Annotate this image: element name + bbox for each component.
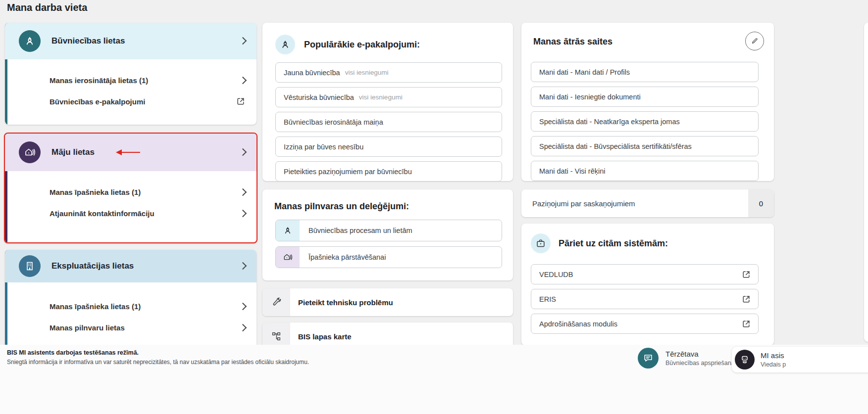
section-title: Pāriet uz citām sistēmām: — [559, 238, 668, 249]
quick-link-neatkariga-eksperta-jomas[interactable]: Speciālista dati - Neatkarīga eksperta j… — [531, 111, 759, 132]
external-link-icon — [741, 294, 751, 304]
building-icon — [19, 255, 41, 277]
menu-item-atjauninat-kontaktinformaciju[interactable]: Atjaunināt kontaktinformāciju — [5, 204, 246, 222]
quick-link-visi-rekini[interactable]: Mani dati - Visi rēķini — [531, 161, 759, 181]
notifications-count-badge: 0 — [748, 189, 774, 217]
card-quick-links: Manas ātrās saites Mani dati - Mani dati… — [521, 23, 774, 181]
card-title: Būvniecības lietas — [51, 36, 125, 46]
house-icon — [19, 141, 41, 163]
system-link-apdrosinasanas-modulis[interactable]: Apdrošināšanas modulis — [531, 314, 759, 334]
quick-link-buvspecialista-sertifikati[interactable]: Speciālista dati - Būvspeciālista sertif… — [531, 136, 759, 156]
card-pilnvaras-delegejumi: Manas pilnvaras un deleģējumi: Būvniecīb… — [262, 189, 513, 280]
section-title: Manas pilnvaras un deleģējumi: — [262, 189, 513, 220]
section-title: Populārākie e-pakalpojumi: — [304, 40, 420, 50]
notifications-approvals-row[interactable]: Paziņojumi par saskaņojumiem 0 — [521, 189, 774, 217]
chevron-right-icon — [239, 262, 247, 270]
ekspluatacijas-lietas-header[interactable]: Ekspluatācijas lietas — [5, 250, 256, 282]
chevron-right-icon — [239, 209, 247, 217]
pencil-icon — [751, 37, 759, 45]
quick-link-iesniegtie-dokumenti[interactable]: Mani dati - Iesniegtie dokumenti — [531, 87, 759, 107]
chevron-right-icon — [239, 37, 247, 45]
mandate-buvniecibas-procesam[interactable]: Būvniecības procesam un lietām — [275, 220, 502, 241]
card-maju-lietas-highlighted: Māju lietas Manas īpašnieka lietas (1) A… — [4, 133, 257, 243]
system-link-vedludb[interactable]: VEDLUDB — [531, 264, 759, 284]
card-buvniecibas-lietas: Būvniecības lietas Manas ierosinātāja li… — [5, 23, 256, 125]
menu-item-buvniecibas-epakalpojumi[interactable]: Būvniecības e-pakalpojumi — [5, 92, 246, 110]
chat-terzetava-button[interactable]: Tērzētava Būvniecības apspriešana — [638, 348, 735, 368]
external-link-icon — [741, 319, 751, 329]
construction-person-icon — [19, 30, 41, 52]
menu-item-ipasnieka-lietas-ekspl[interactable]: Manas īpašnieka lietas (1) — [5, 297, 246, 315]
chat-bubble-icon — [638, 348, 659, 368]
card-title: Ekspluatācijas lietas — [51, 261, 134, 271]
menu-item-pilnvaru-lietas[interactable]: Manas pilnvaru lietas — [5, 319, 246, 336]
page-title: Mana darba vieta — [7, 2, 87, 13]
maju-lietas-header[interactable]: Māju lietas — [5, 134, 256, 171]
wrench-icon — [262, 288, 290, 316]
buvniecibas-lietas-header[interactable]: Būvniecības lietas — [5, 23, 256, 59]
red-highlight-arrow — [115, 149, 141, 156]
chevron-right-icon — [239, 323, 247, 331]
section-title: Manas ātrās saites — [521, 23, 774, 47]
construction-person-icon — [275, 35, 295, 54]
chevron-right-icon — [239, 188, 247, 196]
chevron-right-icon — [239, 148, 247, 156]
quick-link-mani-dati-profils[interactable]: Mani dati - Mani dati / Profils — [531, 62, 759, 82]
robot-icon — [735, 350, 755, 369]
footer-bar: BIS MI asistents darbojas testēšanas rež… — [0, 345, 868, 414]
eservice-vesturiska-buvnieciba[interactable]: Vēsturiska būvniecība visi iesniegumi — [275, 87, 502, 107]
ai-assistant-test-mode-notice: BIS MI asistents darbojas testēšanas rež… — [7, 349, 309, 366]
eservice-izzina-par-buves-neesibu[interactable]: Izziņa par būves neesību — [275, 137, 502, 157]
external-link-icon — [741, 270, 751, 279]
menu-item-ipasnieka-lietas[interactable]: Manas īpašnieka lietas (1) — [5, 183, 246, 201]
cut-off-card-edge — [864, 23, 868, 342]
construction-person-icon — [276, 220, 300, 241]
hint-visi-iesniegumi: visi iesniegumi — [359, 93, 403, 101]
chevron-right-icon — [239, 302, 247, 310]
external-link-icon — [236, 96, 246, 106]
chevron-right-icon — [239, 76, 247, 84]
card-other-systems: Pāriet uz citām sistēmām: VEDLUDB ERIS — [521, 224, 774, 345]
report-technical-problem-button[interactable]: Pieteikt tehnisku problēmu — [262, 288, 513, 316]
mandate-ipasnieka-parstavesanai[interactable]: Īpašnieka pārstāvēšanai — [275, 246, 502, 268]
eservice-jauna-buvnieciba[interactable]: Jauna būvniecība visi iesniegumi — [275, 62, 502, 83]
card-title: Māju lietas — [51, 147, 95, 157]
ai-assistant-button[interactable]: MI asis Viedais p — [732, 347, 868, 372]
briefcase-icon — [531, 233, 551, 253]
bis-dashboard: Mana darba vieta Būvniecības lietas Mana… — [0, 0, 868, 414]
hint-visi-iesniegumi: visi iesniegumi — [345, 69, 389, 76]
system-link-eris[interactable]: ERIS — [531, 289, 759, 309]
eservice-pieteikties-pazinojumiem[interactable]: Pieteikties paziņojumiem par būvniecību — [275, 161, 502, 182]
card-popular-eservices: Populārākie e-pakalpojumi: Jauna būvniec… — [262, 23, 513, 181]
menu-item-ierosinataja-lietas[interactable]: Manas ierosinātāja lietas (1) — [5, 71, 246, 89]
eservice-ierosinataja-maina[interactable]: Būvniecības ierosinātāja maiņa — [275, 112, 502, 132]
house-icon — [276, 247, 300, 268]
edit-quick-links-button[interactable] — [745, 32, 764, 50]
